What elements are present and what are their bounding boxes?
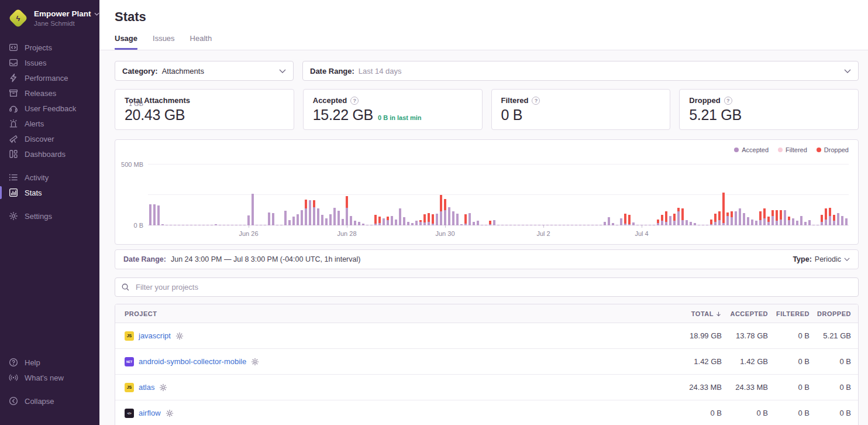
stacked-bar: [354, 221, 356, 225]
legend-dot-icon: [817, 148, 821, 152]
sidebar-item-releases[interactable]: Releases: [0, 85, 99, 101]
sidebar-item-label: Help: [25, 358, 40, 367]
project-settings-gear-icon[interactable]: [251, 358, 259, 366]
chevron-down-icon: [844, 258, 850, 261]
project-link[interactable]: javascript: [139, 331, 171, 340]
accepted-segment: [284, 211, 287, 225]
sidebar-nav: ProjectsIssuesPerformanceReleasesUser Fe…: [0, 40, 99, 232]
x-tick-mark: [347, 225, 347, 228]
tab-health[interactable]: Health: [190, 34, 212, 50]
stacked-bar: [268, 212, 270, 225]
tab-issues[interactable]: Issues: [153, 34, 175, 50]
project-settings-gear-icon[interactable]: [159, 383, 167, 392]
dropped-cell: 0 B: [810, 409, 851, 417]
accepted-segment: [391, 216, 393, 225]
legend-label: Dropped: [824, 146, 849, 153]
stacked-bar: [739, 208, 741, 225]
sidebar-item-performance[interactable]: Performance: [0, 70, 99, 85]
sidebar-item-dashboards[interactable]: Dashboards: [0, 146, 99, 162]
stacked-bar: [608, 217, 610, 225]
stacked-bar: [833, 215, 835, 225]
sidebar-item-what-s-new[interactable]: What's new: [0, 370, 99, 385]
help-question-icon[interactable]: ?: [724, 97, 732, 105]
help-question-icon[interactable]: ?: [350, 97, 359, 105]
dropped-segment: [313, 200, 315, 207]
stacked-bar: [669, 216, 671, 225]
tab-usage[interactable]: Usage: [115, 34, 137, 50]
accepted-segment: [313, 207, 315, 225]
stacked-bar: [722, 193, 725, 225]
column-header-total[interactable]: TOTAL: [657, 310, 722, 317]
sidebar-item-settings[interactable]: Settings: [0, 208, 99, 224]
card-value: 15.22 GB: [313, 107, 373, 124]
dropped-segment: [428, 213, 430, 222]
sidebar-item-collapse[interactable]: Collapse: [0, 393, 99, 409]
project-link[interactable]: atlas: [139, 383, 154, 392]
project-link[interactable]: airflow: [139, 409, 161, 417]
project-link[interactable]: android-symbol-collector-mobile: [139, 357, 246, 366]
date-range-value: Last 14 days: [359, 67, 402, 76]
project-settings-gear-icon[interactable]: [166, 409, 174, 417]
date-range-label: Date Range:: [310, 67, 354, 76]
alerts-icon: [8, 119, 18, 128]
whats-new-icon: [8, 373, 18, 382]
table-row: JSjavascript18.99 GB13.78 GB0 B5.21 GB: [115, 323, 858, 349]
legend-dot-icon: [734, 148, 739, 152]
sidebar-item-stats[interactable]: Stats: [0, 185, 99, 200]
chart-type-select[interactable]: Type: Periodic: [793, 255, 850, 263]
column-header-dropped[interactable]: DROPPED: [810, 310, 851, 317]
legend-item-dropped[interactable]: Dropped: [817, 146, 849, 153]
y-axis-label: 1 GB: [129, 100, 143, 107]
accepted-segment: [354, 221, 356, 225]
accepted-segment: [493, 220, 495, 225]
dropped-segment: [825, 208, 827, 220]
column-header-filtered[interactable]: FILTERED: [768, 310, 810, 317]
accepted-segment: [837, 213, 839, 225]
accepted-segment: [661, 221, 663, 225]
table-body: JSjavascript18.99 GB13.78 GB0 B5.21 GBNE…: [115, 323, 858, 425]
stacked-bar: [321, 215, 323, 225]
category-select[interactable]: Category: Attachments: [115, 61, 294, 81]
sidebar-item-help[interactable]: Help: [0, 355, 99, 370]
legend-item-accepted[interactable]: Accepted: [734, 146, 769, 153]
table-row: JSatlas24.33 MB24.33 MB0 B0 B: [115, 375, 858, 400]
stacked-bar: [784, 210, 786, 225]
sidebar-item-label: Settings: [25, 212, 52, 221]
sidebar-item-projects[interactable]: Projects: [0, 40, 99, 55]
sidebar-item-alerts[interactable]: Alerts: [0, 116, 99, 131]
search-icon: [121, 283, 130, 292]
accepted-segment: [751, 220, 753, 225]
legend-item-filtered[interactable]: Filtered: [778, 146, 807, 153]
sidebar-item-issues[interactable]: Issues: [0, 55, 99, 70]
stacked-bar: [391, 216, 393, 225]
accepted-segment: [669, 216, 671, 225]
stacked-bar: [755, 221, 757, 225]
stacked-bar: [452, 211, 454, 225]
accepted-segment: [440, 211, 442, 225]
accepted-cell: 1.42 GB: [722, 357, 768, 366]
sidebar-item-discover[interactable]: Discover: [0, 131, 99, 146]
filtered-cell: 0 B: [768, 357, 810, 366]
column-header-accepted[interactable]: ACCEPTED: [722, 310, 768, 317]
releases-icon: [8, 88, 18, 98]
dropped-cell: 5.21 GB: [810, 331, 851, 340]
accepted-segment: [808, 220, 811, 225]
help-question-icon[interactable]: ?: [532, 97, 540, 105]
project-settings-gear-icon[interactable]: [175, 332, 184, 340]
org-switcher[interactable]: ϟ Empower Plant Jane Schmidt: [0, 8, 99, 28]
user-name: Jane Schmidt: [34, 20, 99, 28]
date-range-select[interactable]: Date Range: Last 14 days: [302, 61, 859, 81]
accepted-segment: [292, 217, 295, 225]
sidebar-item-activity[interactable]: Activity: [0, 170, 99, 185]
dropped-segment: [346, 196, 348, 208]
accepted-segment: [780, 220, 782, 225]
stacked-bar: [292, 217, 295, 225]
accepted-segment: [403, 217, 405, 225]
dropped-segment: [829, 208, 831, 216]
sidebar-item-label: Collapse: [25, 397, 54, 406]
stacked-bar: [710, 220, 712, 225]
project-filter-input[interactable]: [135, 282, 852, 292]
sidebar-item-user-feedback[interactable]: User Feedback: [0, 101, 99, 116]
stacked-bar: [432, 214, 434, 225]
column-header-project[interactable]: PROJECT: [115, 310, 657, 317]
